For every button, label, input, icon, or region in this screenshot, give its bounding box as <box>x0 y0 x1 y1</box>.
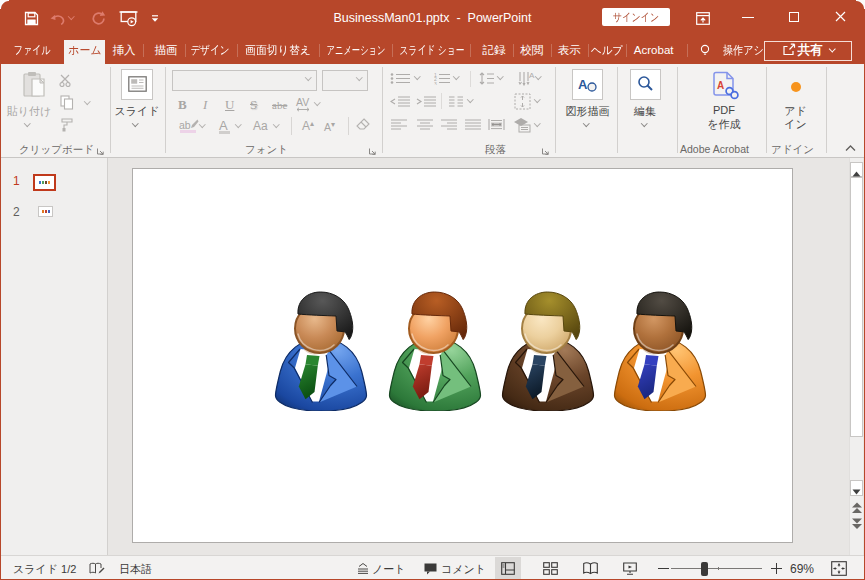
svg-text:3: 3 <box>434 81 437 86</box>
svg-text:A: A <box>717 80 724 91</box>
svg-text:A: A <box>578 77 588 92</box>
